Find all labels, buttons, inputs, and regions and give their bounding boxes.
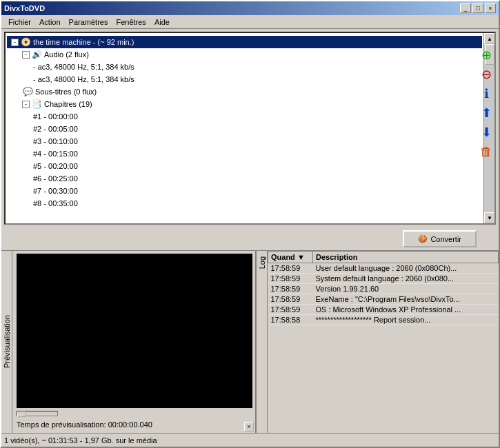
- tree-audio-track-1[interactable]: - ac3, 48000 Hz, 5:1, 384 kb/s: [7, 61, 482, 73]
- log-row[interactable]: 17:58:59Version 1.99.21.60: [268, 284, 499, 294]
- log-panel: Log Quand ▼ Description: [257, 251, 499, 433]
- info-button[interactable]: ℹ: [478, 85, 494, 102]
- status-text: 1 vidéo(s), ~ 01:31:53 - 1,97 Gb. sur le…: [4, 436, 157, 445]
- chapters-icon: 📑: [31, 99, 42, 110]
- delete-button[interactable]: 🗑: [478, 143, 494, 160]
- status-bar: 1 vidéo(s), ~ 01:31:53 - 1,97 Gb. sur le…: [1, 433, 499, 447]
- tree-root-item[interactable]: - 📀 the time machine - (~ 92 min.): [7, 36, 482, 48]
- expand-root[interactable]: -: [11, 39, 19, 46]
- expand-chapters[interactable]: -: [22, 101, 30, 108]
- tree-chapter-1[interactable]: #1 - 00:00:00: [7, 110, 482, 123]
- log-container: Log Quand ▼ Description: [257, 251, 499, 433]
- chapter-6-label: #6 - 00:25:00: [33, 174, 78, 183]
- log-side-label-container: Log: [257, 251, 268, 433]
- log-desc: Version 1.99.21.60: [313, 284, 499, 294]
- preview-label-container: Prévisualisation: [1, 251, 12, 433]
- log-row[interactable]: 17:58:58******************* Report sessi…: [268, 315, 499, 325]
- preview-close-button[interactable]: ×: [244, 422, 254, 431]
- tree-audio-track-2[interactable]: - ac3, 48000 Hz, 5:1, 384 kb/s: [7, 73, 482, 85]
- menu-bar: Fichier Action Paramètres Fenêtres Aide: [1, 15, 499, 29]
- tree-subtitles-label: Sous-titres (0 flux): [35, 88, 97, 96]
- tree-chapter-2[interactable]: #2 - 00:05:00: [7, 123, 482, 135]
- bottom-panel: Prévisualisation Temps de prévisualisati…: [1, 250, 499, 433]
- chapter-2-label: #2 - 00:05:00: [33, 125, 78, 133]
- tree-audio-track-1-label: - ac3, 48000 Hz, 5:1, 384 kb/s: [33, 63, 134, 71]
- scroll-down-button[interactable]: ▼: [484, 212, 495, 223]
- log-row[interactable]: 17:58:59OS : Microsoft Windows XP Profes…: [268, 305, 499, 315]
- log-table: Quand ▼ Description 17:58:59User default…: [268, 251, 499, 325]
- preview-label: Prévisualisation: [3, 315, 11, 368]
- menu-aide[interactable]: Aide: [150, 17, 174, 28]
- convert-label: Convertir: [430, 235, 461, 243]
- tree-chapters-item[interactable]: - 📑 Chapitres (19): [7, 98, 482, 110]
- audio-icon: 🔊: [31, 49, 42, 60]
- dvd-icon: 📀: [20, 37, 31, 48]
- tree-audio-label: Audio (2 flux): [44, 50, 89, 59]
- menu-fichier[interactable]: Fichier: [4, 17, 35, 28]
- chapter-7-label: #7 - 00:30:00: [33, 187, 78, 195]
- log-time: 17:58:59: [268, 284, 313, 294]
- tree-panel: - 📀 the time machine - (~ 92 min.) - 🔊 A…: [4, 32, 496, 225]
- log-time: 17:58:59: [268, 294, 313, 305]
- preview-time: Temps de prévisualisation: 00:00:00.040: [17, 419, 252, 430]
- log-time: 17:58:59: [268, 305, 313, 315]
- preview-video: [17, 254, 252, 408]
- remove-button[interactable]: ⊖: [478, 66, 494, 83]
- log-col-desc[interactable]: Description: [313, 252, 499, 263]
- chapter-1-label: #1 - 00:00:00: [33, 112, 78, 121]
- move-up-button[interactable]: ⬆: [478, 105, 494, 121]
- add-button[interactable]: ⊕: [478, 47, 494, 63]
- tree-audio-item[interactable]: - 🔊 Audio (2 flux): [7, 48, 482, 61]
- log-time: 17:58:59: [268, 274, 313, 284]
- move-down-button[interactable]: ⬇: [478, 124, 494, 141]
- title-bar: DivxToDVD _ □ ×: [1, 1, 499, 15]
- preview-panel: Prévisualisation Temps de prévisualisati…: [1, 251, 257, 433]
- tree-chapter-7[interactable]: #7 - 00:30:00: [7, 185, 482, 197]
- main-window: DivxToDVD _ □ × Fichier Action Paramètre…: [0, 0, 500, 448]
- log-row[interactable]: 17:58:59System default language : 2060 (…: [268, 274, 499, 284]
- tree-audio-track-2-label: - ac3, 48000 Hz, 5:1, 384 kb/s: [33, 75, 134, 83]
- subtitle-icon: 💬: [22, 86, 33, 97]
- chapter-3-label: #3 - 00:10:00: [33, 137, 78, 145]
- log-desc: OS : Microsoft Windows XP Professional .…: [313, 305, 499, 315]
- menu-parametres[interactable]: Paramètres: [65, 17, 112, 28]
- scroll-up-button[interactable]: ▲: [484, 33, 495, 44]
- tree-root-label: the time machine - (~ 92 min.): [33, 38, 134, 46]
- convert-icon: 🍪: [418, 234, 428, 243]
- expand-audio[interactable]: -: [22, 51, 30, 59]
- scrubber-track[interactable]: [17, 411, 58, 416]
- log-desc: ******************* Report session...: [313, 315, 499, 325]
- window-controls: _ □ ×: [460, 3, 496, 13]
- preview-scrubber[interactable]: [17, 408, 252, 419]
- convert-button[interactable]: 🍪 Convertir: [403, 230, 477, 247]
- sidebar-overlay: ⊕ ⊖ ℹ ⬆ ⬇ 🗑: [478, 47, 497, 160]
- main-content: - 📀 the time machine - (~ 92 min.) - 🔊 A…: [1, 29, 499, 447]
- menu-action[interactable]: Action: [35, 17, 65, 28]
- convert-area: 🍪 Convertir: [1, 227, 499, 250]
- tree-chapter-5[interactable]: #5 - 00:20:00: [7, 160, 482, 172]
- preview-content: Temps de prévisualisation: 00:00:00.040: [14, 251, 255, 433]
- log-table-area: Quand ▼ Description 17:58:59User default…: [268, 251, 499, 433]
- tree-chapters-label: Chapitres (19): [44, 100, 92, 108]
- log-col-when[interactable]: Quand ▼: [268, 252, 313, 263]
- log-desc: System default language : 2060 (0x080...: [313, 274, 499, 284]
- tree-chapter-6[interactable]: #6 - 00:25:00: [7, 172, 482, 185]
- log-desc: ExeName : "C:\Program Files\vso\DivxTo..…: [313, 294, 499, 305]
- log-time: 17:58:59: [268, 263, 313, 274]
- chapter-5-label: #5 - 00:20:00: [33, 162, 78, 170]
- minimize-button[interactable]: _: [460, 3, 471, 13]
- tree-chapter-4[interactable]: #4 - 00:15:00: [7, 147, 482, 160]
- maximize-button[interactable]: □: [472, 3, 483, 13]
- log-row[interactable]: 17:58:59User default language : 2060 (0x…: [268, 263, 499, 274]
- chapter-4-label: #4 - 00:15:00: [33, 150, 78, 158]
- tree-chapter-8[interactable]: #8 - 00:35:00: [7, 197, 482, 210]
- scrubber-thumb[interactable]: [17, 411, 26, 417]
- log-time: 17:58:58: [268, 315, 313, 325]
- tree-chapter-3[interactable]: #3 - 00:10:00: [7, 135, 482, 147]
- close-button[interactable]: ×: [485, 3, 496, 13]
- log-row[interactable]: 17:58:59ExeName : "C:\Program Files\vso\…: [268, 294, 499, 305]
- chapter-8-label: #8 - 00:35:00: [33, 199, 78, 207]
- log-label: Log: [258, 256, 266, 269]
- tree-subtitles-item[interactable]: 💬 Sous-titres (0 flux): [7, 85, 482, 98]
- menu-fenetres[interactable]: Fenêtres: [112, 17, 150, 28]
